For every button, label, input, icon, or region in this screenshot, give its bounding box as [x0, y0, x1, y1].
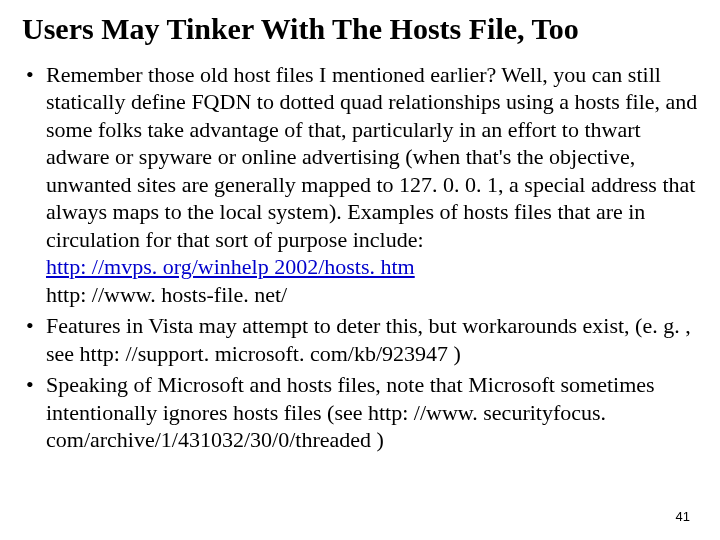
bullet-list: Remember those old host files I mentione… [22, 61, 698, 454]
bullet-text: Speaking of Microsoft and hosts files, n… [46, 372, 655, 452]
bullet-item: Features in Vista may attempt to deter t… [46, 312, 698, 367]
bullet-text: Remember those old host files I mentione… [46, 62, 697, 252]
page-number: 41 [676, 509, 690, 524]
link-hostsfile: http: //www. hosts-file. net/ [46, 281, 698, 309]
slide: Users May Tinker With The Hosts File, To… [0, 0, 720, 454]
bullet-text: Features in Vista may attempt to deter t… [46, 313, 691, 366]
link-mvps[interactable]: http: //mvps. org/winhelp 2002/hosts. ht… [46, 253, 698, 281]
slide-title: Users May Tinker With The Hosts File, To… [22, 12, 698, 47]
bullet-item: Remember those old host files I mentione… [46, 61, 698, 309]
bullet-item: Speaking of Microsoft and hosts files, n… [46, 371, 698, 454]
